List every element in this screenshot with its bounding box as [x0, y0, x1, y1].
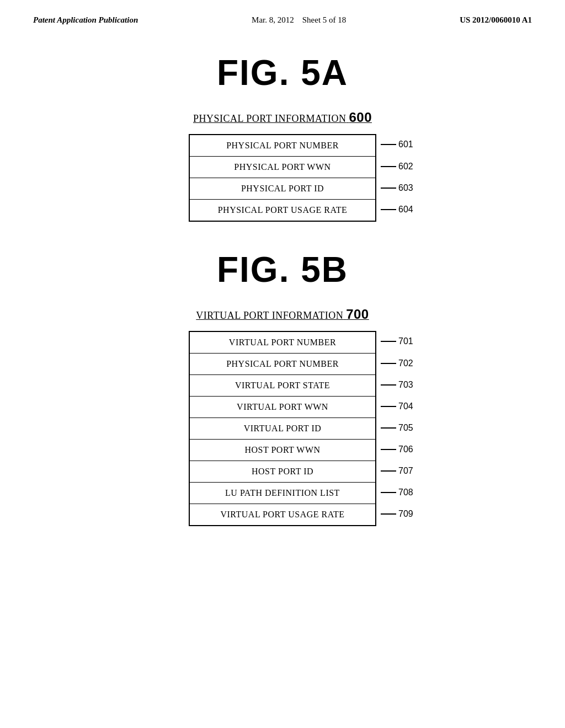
table-row: VIRTUAL PORT STATE — [189, 375, 376, 397]
header-publication-label: Patent Application Publication — [33, 15, 138, 25]
fig5b-table-container: VIRTUAL PORT NUMBERPHYSICAL PORT NUMBERV… — [189, 331, 376, 526]
table-row: HOST PORT ID — [189, 461, 376, 483]
fig5a-title: FIG. 5A — [217, 52, 348, 93]
fig5b-title: FIG. 5B — [217, 249, 348, 290]
table-row: PHYSICAL PORT USAGE RATE — [189, 200, 376, 222]
fig5b-table: VIRTUAL PORT NUMBERPHYSICAL PORT NUMBERV… — [189, 331, 376, 526]
page-header: Patent Application Publication Mar. 8, 2… — [0, 0, 565, 25]
table-row: VIRTUAL PORT USAGE RATE — [189, 504, 376, 526]
header-patent-number: US 2012/0060010 A1 — [460, 15, 532, 25]
fig5a-section: FIG. 5A PHYSICAL PORT INFORMATION 600 PH… — [44, 36, 521, 222]
fig5a-table: PHYSICAL PORT NUMBERPHYSICAL PORT WWNPHY… — [189, 134, 376, 222]
table-row: VIRTUAL PORT ID — [189, 418, 376, 440]
ref-label-701: 701 — [381, 336, 413, 346]
header-date: Mar. 8, 2012 — [252, 15, 294, 24]
table-row: LU PATH DEFINITION LIST — [189, 483, 376, 504]
table-row: VIRTUAL PORT WWN — [189, 397, 376, 418]
ref-label-602: 602 — [381, 162, 413, 172]
fig5b-section: FIG. 5B VIRTUAL PORT INFORMATION 700 VIR… — [44, 233, 521, 526]
header-date-sheet: Mar. 8, 2012 Sheet 5 of 18 — [252, 15, 346, 25]
ref-label-702: 702 — [381, 358, 413, 368]
ref-label-603: 603 — [381, 183, 413, 193]
table-row: PHYSICAL PORT WWN — [189, 157, 376, 178]
ref-label-708: 708 — [381, 488, 413, 497]
ref-label-601: 601 — [381, 140, 413, 149]
ref-label-709: 709 — [381, 509, 413, 519]
ref-label-703: 703 — [381, 380, 413, 390]
ref-label-704: 704 — [381, 402, 413, 411]
header-sheet: Sheet 5 of 18 — [302, 15, 347, 24]
fig5a-section-title: PHYSICAL PORT INFORMATION 600 — [193, 110, 372, 125]
ref-label-604: 604 — [381, 205, 413, 215]
fig5a-table-container: PHYSICAL PORT NUMBERPHYSICAL PORT WWNPHY… — [189, 134, 376, 222]
ref-label-705: 705 — [381, 423, 413, 433]
fig5b-section-title: VIRTUAL PORT INFORMATION 700 — [196, 307, 369, 322]
page-content: FIG. 5A PHYSICAL PORT INFORMATION 600 PH… — [0, 25, 565, 548]
table-row: PHYSICAL PORT NUMBER — [189, 354, 376, 375]
table-row: PHYSICAL PORT ID — [189, 178, 376, 200]
ref-label-706: 706 — [381, 445, 413, 454]
table-row: VIRTUAL PORT NUMBER — [189, 331, 376, 354]
table-row: PHYSICAL PORT NUMBER — [189, 135, 376, 157]
ref-label-707: 707 — [381, 466, 413, 476]
table-row: HOST PORT WWN — [189, 440, 376, 461]
